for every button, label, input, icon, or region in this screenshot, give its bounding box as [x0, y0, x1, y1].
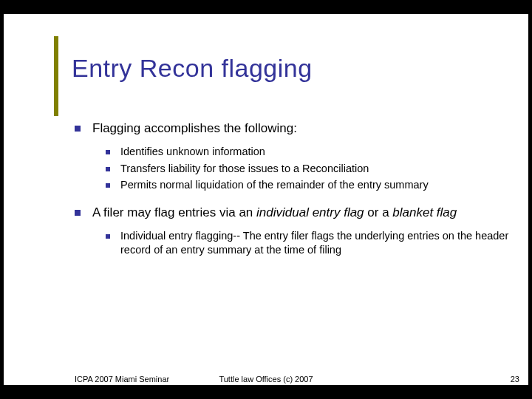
footer-page-number: 23	[511, 375, 519, 383]
bullet-square-icon	[106, 183, 110, 188]
bullet-level2: Identifies unknown information	[106, 145, 511, 160]
slide-title: Entry Recon flagging	[72, 54, 313, 83]
bullet-level1: Flagging accomplishes the following:	[75, 120, 511, 137]
sub-list: Individual entry flagging-- The entry fi…	[106, 229, 511, 258]
bullet-text: Flagging accomplishes the following:	[92, 120, 297, 137]
footer-center: Tuttle law Offices (c) 2007	[4, 375, 528, 383]
bullet-square-icon	[106, 167, 110, 171]
bullet-level2: Transfers liability for those issues to …	[106, 162, 511, 177]
bullet-text: A filer may flag entries via an individu…	[92, 205, 457, 222]
italic-text: individual entry flag	[256, 205, 364, 219]
bullet-level2: Permits normal liquidation of the remain…	[106, 178, 511, 193]
slide: Entry Recon flagging Flagging accomplish…	[4, 14, 528, 385]
bullet-square-icon	[106, 234, 110, 239]
bullet-level2: Individual entry flagging-- The entry fi…	[106, 229, 511, 258]
bullet-square-icon	[75, 126, 81, 132]
bullet-text: Permits normal liquidation of the remain…	[120, 178, 511, 193]
sub-list: Identifies unknown information Transfers…	[106, 145, 511, 193]
italic-text: blanket flag	[392, 205, 457, 219]
text-run: or a	[364, 205, 393, 219]
bullet-level1: A filer may flag entries via an individu…	[75, 205, 511, 222]
slide-body: Flagging accomplishes the following: Ide…	[75, 120, 511, 270]
accent-bar	[54, 36, 58, 116]
text-run: A filer may flag entries via an	[92, 205, 256, 219]
bullet-square-icon	[75, 210, 81, 216]
bullet-text: Individual entry flagging-- The entry fi…	[120, 229, 511, 258]
bullet-text: Identifies unknown information	[120, 145, 511, 160]
bullet-square-icon	[106, 150, 110, 154]
bullet-text: Transfers liability for those issues to …	[120, 162, 511, 177]
